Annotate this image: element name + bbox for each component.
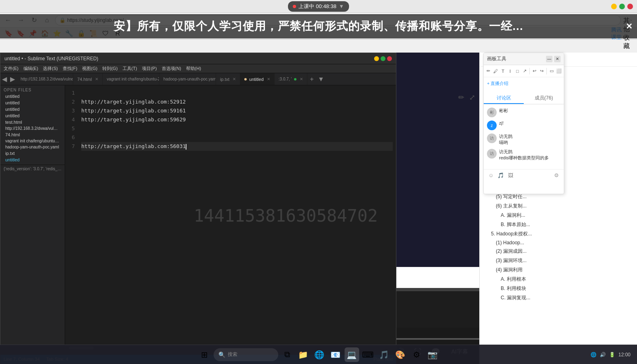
- maximize-button[interactable]: [619, 4, 625, 9]
- menu-prefs[interactable]: 首选项(N): [162, 66, 181, 72]
- taskbar-battery[interactable]: 🔋: [609, 352, 615, 358]
- minimize-button[interactable]: [611, 4, 617, 9]
- disc-text-4: 访无鹊redis哪种数据类型同的多: [499, 149, 561, 161]
- toc-item-1-5-1[interactable]: (1) Hadoop...: [480, 239, 637, 247]
- toolbar-divider-2: [546, 68, 547, 74]
- menu-help[interactable]: 帮助(H): [186, 66, 201, 72]
- toc-item-1-5-4b[interactable]: B. 利用模块: [480, 284, 637, 293]
- tab-74html[interactable]: 74.html ✕: [73, 73, 103, 85]
- tab-more-btn[interactable]: ▼: [316, 76, 326, 83]
- pt-arrow-tool[interactable]: ↗: [521, 67, 528, 75]
- tab-members[interactable]: 成员(76): [524, 93, 564, 104]
- sidebar-file-vagrant[interactable]: vagrant init chaifeng/ubuntu-22: [0, 138, 65, 144]
- taskbar-browser[interactable]: 🌐: [312, 347, 327, 362]
- tab-iptxt[interactable]: ip.txt ✕: [216, 73, 240, 85]
- taskbar-volume[interactable]: 🔊: [600, 352, 606, 358]
- pt-italic-tool[interactable]: I: [507, 67, 513, 75]
- menu-find[interactable]: 查找(F): [63, 66, 77, 72]
- disc-audio-btn[interactable]: 🎵: [497, 171, 505, 179]
- taskbar-task-view[interactable]: ⧉: [280, 347, 294, 362]
- toc-item-1-5-2[interactable]: (2) 漏洞成因...: [480, 247, 637, 256]
- toc-item-1-4-6[interactable]: (6) 主从复制...: [480, 201, 637, 211]
- disc-settings-btn[interactable]: ⚙: [552, 171, 561, 179]
- taskbar-paint[interactable]: 🎨: [393, 347, 408, 362]
- disc-emoji-btn[interactable]: ☺: [487, 171, 495, 179]
- pt-undo-tool[interactable]: ↩: [531, 67, 538, 75]
- tab-nav-right[interactable]: ▶: [8, 75, 17, 83]
- taskbar-camera[interactable]: 📷: [425, 347, 440, 362]
- toc-item-1-5-3[interactable]: (3) 漏洞环境...: [480, 256, 637, 265]
- menu-tools[interactable]: 工具(T): [123, 66, 137, 72]
- menu-goto[interactable]: 转到(G): [102, 66, 118, 72]
- pt-pen-tool[interactable]: ✏: [485, 67, 492, 75]
- tab-add-btn[interactable]: +: [307, 76, 316, 83]
- tab-iptxt-close[interactable]: ✕: [233, 77, 236, 81]
- menu-project[interactable]: 项目(P): [142, 66, 157, 72]
- pt-rect-tool[interactable]: ▭: [548, 67, 555, 75]
- pt-redo-tool[interactable]: ↪: [539, 67, 545, 75]
- sidebar-file-iptxt[interactable]: ip.txt: [0, 150, 65, 157]
- disc-image-btn[interactable]: 🖼: [506, 171, 514, 179]
- editor-close[interactable]: [387, 56, 392, 61]
- taskbar-start[interactable]: ⊞: [197, 347, 212, 362]
- sidebar-file-3[interactable]: untitled: [0, 106, 65, 112]
- taskbar-network[interactable]: 🌐: [590, 352, 597, 358]
- tab-untitled-close[interactable]: ✕: [267, 77, 270, 81]
- main-content: untitled • - Sublime Text (UNREGISTERED)…: [0, 53, 637, 364]
- toc-item-1-5-4[interactable]: (4) 漏洞利用: [480, 265, 637, 275]
- taskbar-mail[interactable]: 📧: [328, 347, 343, 362]
- edit-icon[interactable]: ✏: [458, 93, 464, 102]
- taskbar-terminal[interactable]: 💻: [345, 347, 359, 362]
- sidebar-file-4[interactable]: untitled: [0, 112, 65, 119]
- sidebar-file-2[interactable]: untitled: [0, 99, 65, 106]
- sidebar-file-dvwa[interactable]: http://192.168.3.2/dvwa/vulnera: [0, 125, 65, 131]
- sidebar-file-testhtml[interactable]: test.html: [0, 119, 65, 125]
- tab-untitled[interactable]: untitled ✕: [240, 73, 274, 85]
- sidebar-file-hadoop[interactable]: hadoop-yam-unauth-poc.yaml: [0, 144, 65, 150]
- pt-draw-tool[interactable]: 🖊: [493, 67, 499, 75]
- tab-nav-left[interactable]: ◀: [0, 75, 8, 83]
- tab-redis[interactable]: :3.0.7, ' ✕: [275, 73, 308, 85]
- tab-hadoop[interactable]: hadoop-yam-unauth-poc.yaml ✕: [159, 73, 216, 85]
- sidebar-file-74html[interactable]: 74.html: [0, 131, 65, 138]
- toc-item-1-4-6a[interactable]: A. 漏洞利...: [480, 211, 637, 220]
- tab-redis-close[interactable]: ✕: [300, 77, 303, 81]
- taskbar-vscode[interactable]: ⌨: [361, 347, 375, 362]
- toc-item-1-5-4c[interactable]: C. 漏洞复现...: [480, 293, 637, 303]
- panel-tool-close[interactable]: ✕: [554, 56, 561, 62]
- taskbar-settings[interactable]: ⚙: [409, 347, 424, 362]
- toc-item-1-4-6b[interactable]: B. 脚本原始...: [480, 220, 637, 229]
- direct-link-text[interactable]: + 直播介绍: [487, 80, 561, 87]
- taskbar-music[interactable]: 🎵: [377, 347, 392, 362]
- timer-dropdown[interactable]: ▼: [339, 3, 344, 9]
- menu-view[interactable]: 视图(G): [82, 66, 97, 72]
- pt-erase-tool[interactable]: ⬜: [556, 67, 562, 75]
- sidebar-file-untitled-active[interactable]: untitled: [0, 157, 65, 163]
- tab-iptxt-label: ip.txt: [220, 77, 229, 82]
- menu-file[interactable]: 文件(E): [4, 66, 19, 72]
- fullscreen-icon[interactable]: ⤢: [469, 93, 475, 102]
- toc-item-1-5-4a[interactable]: A. 利用根本: [480, 275, 637, 284]
- tab-74html-close[interactable]: ✕: [95, 77, 98, 81]
- watermark-close[interactable]: ✕: [626, 21, 633, 31]
- tab-dvwa[interactable]: http://192.168.3.2/dvwa/vulnerabi ✕: [17, 73, 73, 85]
- pt-shape-tool[interactable]: □: [514, 67, 521, 75]
- editor-maximize[interactable]: [381, 56, 385, 61]
- sidebar-file-1[interactable]: untitled: [0, 93, 65, 99]
- menu-select[interactable]: 选择(S): [43, 66, 58, 72]
- tab-discussion[interactable]: 讨论区: [484, 93, 524, 104]
- taskbar-right: 🌐 🔊 🔋 12:00: [590, 352, 631, 358]
- panel-tool-minimize[interactable]: —: [546, 56, 552, 62]
- taskbar-search[interactable]: 🔍 搜索: [214, 348, 278, 361]
- panel-tabs: 讨论区 成员(76): [484, 93, 564, 104]
- editor-window: untitled • - Sublime Text (UNREGISTERED)…: [0, 53, 396, 364]
- disc-text-3: 访无鹊嗝哟: [499, 133, 561, 146]
- menu-edit[interactable]: 编辑(E): [23, 66, 38, 72]
- close-button[interactable]: [627, 4, 633, 9]
- taskbar-file-explorer[interactable]: 📁: [296, 347, 311, 362]
- tab-vagrant[interactable]: vagrant init chaifeng/ubuntu-22.04-docke…: [103, 73, 159, 85]
- toc-item-1-5[interactable]: 5. Hadoop未授权...: [480, 229, 637, 239]
- pt-text-tool[interactable]: T: [500, 67, 506, 75]
- code-area[interactable]: http://target.yijinglab.com:52912 http:/…: [78, 85, 396, 349]
- editor-minimize[interactable]: [374, 56, 379, 61]
